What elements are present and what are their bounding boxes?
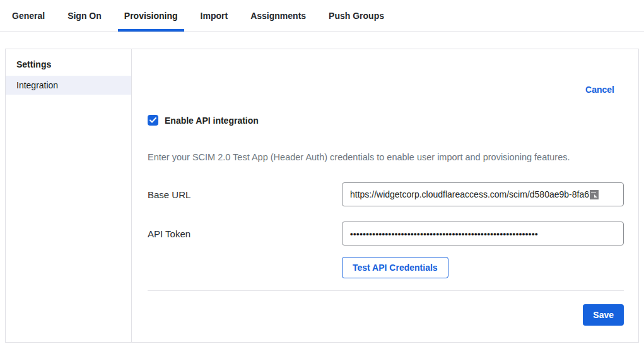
api-token-label: API Token — [148, 228, 342, 239]
app-tab-bar: General Sign On Provisioning Import Assi… — [0, 0, 644, 32]
enable-api-integration-checkbox[interactable] — [148, 115, 158, 126]
base-url-input[interactable]: https://widgetcorp.cloudflareaccess.com/… — [342, 182, 624, 206]
save-button[interactable]: Save — [583, 304, 624, 326]
api-token-masked-value: ••••••••••••••••••••••••••••••••••••••••… — [350, 229, 538, 239]
integration-settings-content: Cancel Enable API integration Enter your… — [132, 49, 638, 342]
test-api-credentials-button[interactable]: Test API Credentials — [342, 257, 448, 278]
enable-api-integration-row: Enable API integration — [148, 115, 624, 126]
base-url-value: https://widgetcorp.cloudflareaccess.com/… — [350, 189, 589, 199]
api-token-input[interactable]: ••••••••••••••••••••••••••••••••••••••••… — [342, 222, 624, 245]
tab-sign-on[interactable]: Sign On — [61, 0, 108, 32]
credentials-description: Enter your SCIM 2.0 Test App (Header Aut… — [148, 151, 624, 163]
cancel-link[interactable]: Cancel — [585, 85, 614, 95]
base-url-row: Base URL https://widgetcorp.cloudflareac… — [148, 182, 624, 206]
sidebar-header-settings: Settings — [6, 49, 131, 76]
checkmark-icon — [149, 117, 156, 123]
sidebar-item-integration[interactable]: Integration — [6, 76, 131, 95]
tab-general[interactable]: General — [6, 0, 51, 32]
cancel-row: Cancel — [148, 83, 624, 96]
provisioning-panel: Settings Integration Cancel Enable API i… — [5, 49, 639, 343]
tab-provisioning[interactable]: Provisioning — [118, 0, 184, 32]
tab-import[interactable]: Import — [194, 0, 235, 32]
save-row: Save — [148, 304, 624, 326]
test-credentials-row: Test API Credentials — [148, 257, 624, 278]
enable-api-integration-label: Enable API integration — [165, 115, 259, 126]
api-token-row: API Token ••••••••••••••••••••••••••••••… — [148, 222, 624, 245]
settings-sidebar: Settings Integration — [6, 49, 132, 342]
text-selection-overflow-icon — [590, 190, 599, 199]
tab-push-groups[interactable]: Push Groups — [322, 0, 390, 32]
base-url-label: Base URL — [148, 189, 342, 200]
tab-assignments[interactable]: Assignments — [244, 0, 312, 32]
footer-divider — [148, 290, 624, 291]
